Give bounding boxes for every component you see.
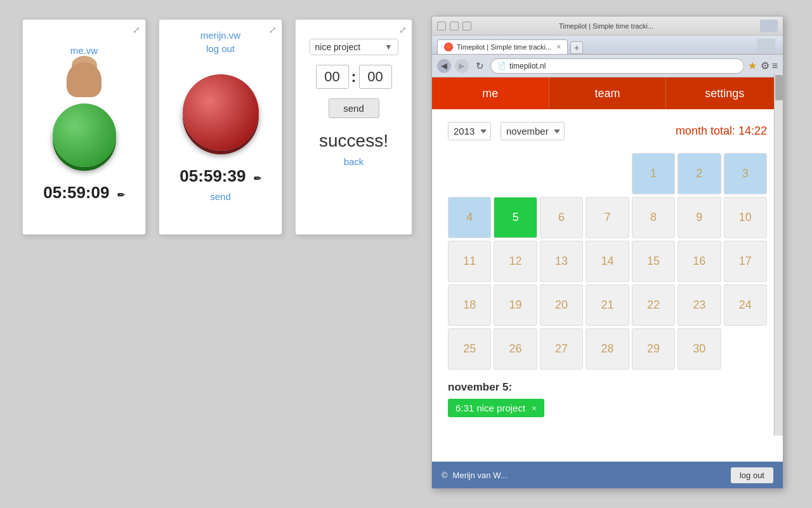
card1-edit-icon[interactable]: ✏ <box>117 190 125 200</box>
cal-day-9[interactable]: 9 <box>678 197 721 238</box>
maximize-button[interactable] <box>450 22 459 30</box>
cal-day-10[interactable]: 10 <box>724 197 767 238</box>
cal-empty <box>448 153 491 194</box>
cal-day-5[interactable]: 5 <box>494 197 537 238</box>
card2-timer-value: 05:59:39 <box>180 166 246 185</box>
card2-edit-icon[interactable]: ✏ <box>254 173 261 184</box>
time-entry-close-icon[interactable]: × <box>532 403 537 413</box>
cal-day-6[interactable]: 6 <box>540 197 583 238</box>
tab-me[interactable]: me <box>432 77 549 109</box>
back-link[interactable]: back <box>344 156 364 167</box>
cal-day-20[interactable]: 20 <box>540 284 583 326</box>
new-tab-button[interactable]: + <box>570 41 583 54</box>
expand-icon-2[interactable]: ⤢ <box>269 25 277 35</box>
cal-day-25[interactable]: 25 <box>448 328 491 370</box>
forward-nav-button[interactable]: ▶ <box>455 59 469 73</box>
time-colon: : <box>351 68 357 86</box>
app-nav-tabs: me team settings <box>432 77 783 109</box>
cal-day-21[interactable]: 21 <box>586 284 629 326</box>
tab-settings[interactable]: settings <box>665 77 783 109</box>
cal-day-24[interactable]: 24 <box>724 284 767 326</box>
browser-scrollbar[interactable] <box>774 74 783 436</box>
cal-empty <box>540 153 583 194</box>
entry-project-value: nice project <box>476 403 525 413</box>
minutes-input[interactable] <box>359 65 392 89</box>
browser-extension-icon[interactable] <box>757 39 775 54</box>
cal-day-17[interactable]: 17 <box>724 241 767 282</box>
expand-icon-1[interactable]: ⤢ <box>133 25 140 35</box>
browser-window: Timepilot | Simple time tracki... Timepi… <box>431 16 783 489</box>
app-content: me team settings 2013 november month tot… <box>432 77 783 462</box>
card2-send-link[interactable]: send <box>210 191 231 202</box>
card-green-timer: ⤢ me.vw 05:59:09 ✏ <box>22 19 146 235</box>
success-message: success! <box>319 131 388 151</box>
month-total-label: month total: <box>676 124 735 137</box>
cal-day-16[interactable]: 16 <box>678 241 721 282</box>
time-entry[interactable]: 6:31 nice project × <box>448 399 544 417</box>
cal-day-13[interactable]: 13 <box>540 241 583 282</box>
card1-user-me: me <box>70 45 84 56</box>
card-send-form: ⤢ nice project ▼ : send success! back <box>295 19 412 235</box>
card2-user-link[interactable]: merijn.vw log out <box>200 29 240 55</box>
footer-user: Merijn van W... <box>453 471 731 480</box>
cal-day-15[interactable]: 15 <box>632 241 675 282</box>
address-bar[interactable]: 📄 timepilot.nl <box>490 58 744 74</box>
card2-timer: 05:59:39 ✏ <box>180 166 261 186</box>
month-total-value: 14:22 <box>738 124 767 137</box>
day-detail: november 5: 6:31 nice project × <box>448 381 767 417</box>
month-select[interactable]: november <box>501 122 565 140</box>
footer-copyright: © <box>442 471 448 480</box>
green-button[interactable] <box>53 104 116 167</box>
card1-user-link[interactable]: me.vw <box>70 45 98 56</box>
menu-icon[interactable]: ≡ <box>772 60 778 72</box>
cal-day-26[interactable]: 26 <box>494 328 537 370</box>
scrollbar-thumb[interactable] <box>775 75 783 100</box>
time-inputs: : <box>316 65 392 89</box>
close-button[interactable] <box>462 22 471 30</box>
cal-day-2[interactable]: 2 <box>678 153 721 194</box>
red-button[interactable] <box>183 74 259 150</box>
browser-tab-timepilot[interactable]: Timepilot | Simple time tracki... × <box>437 39 568 54</box>
card1-timer: 05:59:09 ✏ <box>43 183 124 203</box>
card1-timer-value: 05:59:09 <box>43 183 109 202</box>
project-dropdown-arrow: ▼ <box>385 43 393 51</box>
cal-day-29[interactable]: 29 <box>632 328 675 370</box>
settings-icon[interactable]: ⚙ <box>761 60 769 72</box>
cal-day-30[interactable]: 30 <box>678 328 721 370</box>
project-select[interactable]: nice project ▼ <box>310 39 398 55</box>
cal-day-28[interactable]: 28 <box>586 328 629 370</box>
expand-icon-3[interactable]: ⤢ <box>399 25 407 35</box>
year-select[interactable]: 2013 <box>448 122 491 140</box>
cal-day-8[interactable]: 8 <box>632 197 675 238</box>
browser-tools: ⚙ ≡ <box>761 60 778 72</box>
tab-close-icon[interactable]: × <box>556 43 561 51</box>
cal-day-4[interactable]: 4 <box>448 197 491 238</box>
hours-input[interactable] <box>316 65 349 89</box>
tab-team[interactable]: team <box>549 77 666 109</box>
cal-day-1[interactable]: 1 <box>632 153 675 194</box>
cal-day-7[interactable]: 7 <box>586 197 629 238</box>
cal-day-19[interactable]: 19 <box>494 284 537 326</box>
cal-day-23[interactable]: 23 <box>678 284 721 326</box>
tab-favicon <box>444 43 453 51</box>
logout-button[interactable]: log out <box>731 467 773 483</box>
cal-day-22[interactable]: 22 <box>632 284 675 326</box>
cal-day-12[interactable]: 12 <box>494 241 537 282</box>
browser-footer: © Merijn van W... log out <box>432 462 783 488</box>
send-button[interactable]: send <box>329 98 379 118</box>
refresh-button[interactable]: ↻ <box>473 59 487 73</box>
cal-day-18[interactable]: 18 <box>448 284 491 326</box>
bookmark-star-icon[interactable]: ★ <box>748 60 757 72</box>
cal-day-3[interactable]: 3 <box>724 153 767 194</box>
card2-logout-link[interactable]: log out <box>200 42 240 55</box>
browser-menu-icon[interactable] <box>760 20 778 32</box>
address-lock-icon: 📄 <box>497 62 506 70</box>
card2-user-line1: merijn.vw <box>200 29 240 42</box>
cal-day-14[interactable]: 14 <box>586 241 629 282</box>
cal-day-11[interactable]: 11 <box>448 241 491 282</box>
back-nav-button[interactable]: ◀ <box>437 59 451 73</box>
minimize-button[interactable] <box>437 22 446 30</box>
day-detail-title: november 5: <box>448 381 767 394</box>
entry-time-value: 6:31 <box>455 403 474 413</box>
cal-day-27[interactable]: 27 <box>540 328 583 370</box>
